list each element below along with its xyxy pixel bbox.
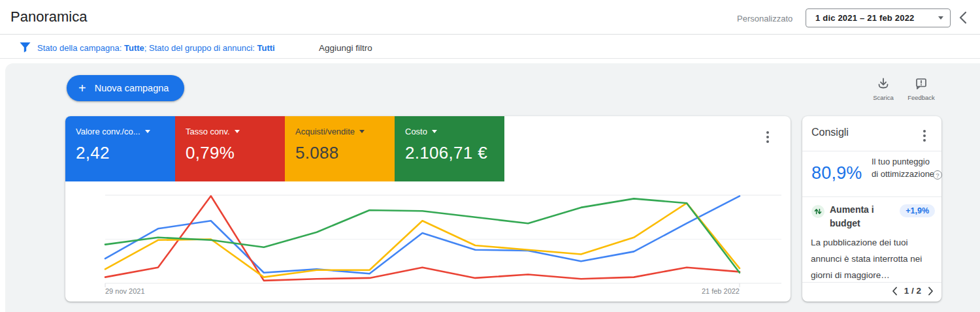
recommendation-description: La pubblicazione dei tuoi annunci è stat… (811, 234, 930, 283)
chevron-down-icon (235, 130, 240, 133)
feedback-button[interactable]: Feedback (900, 77, 942, 101)
metric-value: 2,42 (76, 143, 175, 163)
metric-label: Acquisti/vendite (295, 127, 355, 136)
optimization-score-value: 80,9% (811, 163, 862, 183)
metric-value: 5.088 (295, 143, 395, 163)
metric-label: Costo (405, 127, 427, 136)
chevron-down-icon (432, 130, 437, 133)
recommendations-menu-button[interactable] (920, 127, 929, 145)
recommendation-item-title[interactable]: Aumenta i budget (830, 203, 885, 230)
new-campaign-label: Nuova campagna (95, 83, 169, 93)
page-title: Panoramica (10, 8, 87, 25)
feedback-label: Feedback (900, 94, 942, 101)
overview-chart (65, 181, 791, 302)
divider (802, 151, 941, 151)
metric-label: Valore conv./co... (76, 127, 140, 136)
chevron-down-icon (938, 16, 943, 20)
add-filter-button[interactable]: Aggiungi filtro (319, 43, 372, 53)
chart-card-menu-button[interactable] (763, 128, 772, 146)
recommendations-card: Consigli 80,9% Il tuo punteggio di ottim… (802, 116, 941, 302)
overview-chart-card: Valore conv./co... 2,42 Tasso conv. 0,79… (65, 116, 791, 302)
recommendations-pagination: 1 / 2 (892, 286, 934, 296)
score-uplift-badge: +1,9% (900, 204, 935, 217)
metric-value: 0,79% (186, 143, 285, 163)
chevron-down-icon (145, 130, 150, 133)
filter-separator: ; (144, 43, 149, 53)
date-range-picker[interactable]: 1 dic 2021 – 21 feb 2022 (806, 8, 951, 27)
download-icon (877, 77, 890, 90)
adgroup-status-value: Tutti (257, 43, 275, 53)
help-icon[interactable]: ? (933, 170, 942, 179)
google-ads-overview-page: Panoramica Personalizzato 1 dic 2021 – 2… (0, 0, 980, 312)
download-button[interactable]: Scarica (862, 77, 904, 101)
new-campaign-button[interactable]: + Nuova campagna (67, 75, 184, 101)
pagination-label: 1 / 2 (904, 286, 921, 296)
download-label: Scarica (862, 94, 904, 101)
adgroup-status-label: Stato del gruppo di annunci: (149, 43, 257, 53)
chevron-down-icon (359, 130, 365, 133)
campaign-status-value: Tutte (124, 43, 144, 53)
budget-recommendation-icon (811, 205, 825, 218)
date-range-type-label: Personalizzato (737, 14, 792, 23)
metric-tile-valore-conv-costo[interactable]: Valore conv./co... 2,42 (65, 116, 175, 181)
next-page-chevron-icon[interactable] (928, 287, 934, 296)
x-tick-start: 29 nov 2021 (105, 287, 145, 295)
x-tick-end: 21 feb 2022 (702, 287, 740, 295)
metric-label: Tasso conv. (186, 127, 230, 136)
recommendations-title: Consigli (811, 127, 849, 138)
divider (802, 282, 941, 283)
metric-tile-tasso-conv[interactable]: Tasso conv. 0,79% (175, 116, 285, 181)
feedback-icon (915, 77, 928, 90)
date-range-value: 1 dic 2021 – 21 feb 2022 (815, 13, 938, 23)
applied-filters[interactable]: Stato della campagna: Tutte; Stato del g… (37, 43, 275, 53)
metric-tile-costo[interactable]: Costo 2.106,71 € (395, 116, 504, 181)
divider (802, 196, 941, 197)
filter-bar-divider (0, 58, 980, 59)
previous-page-chevron-icon[interactable] (892, 287, 898, 296)
campaign-status-label: Stato della campagna: (37, 43, 124, 53)
plus-icon: + (78, 82, 86, 95)
header-divider (0, 34, 980, 35)
optimization-score-label: Il tuo punteggio di ottimizzazione ? (872, 155, 936, 180)
chart-x-axis-labels: 29 nov 2021 21 feb 2022 (105, 287, 740, 295)
collapse-date-panel-chevron-icon[interactable] (958, 10, 970, 25)
filter-funnel-icon (20, 42, 31, 53)
metric-tile-acquisti-vendite[interactable]: Acquisti/vendite 5.088 (285, 116, 395, 181)
metric-value: 2.106,71 € (405, 143, 504, 163)
